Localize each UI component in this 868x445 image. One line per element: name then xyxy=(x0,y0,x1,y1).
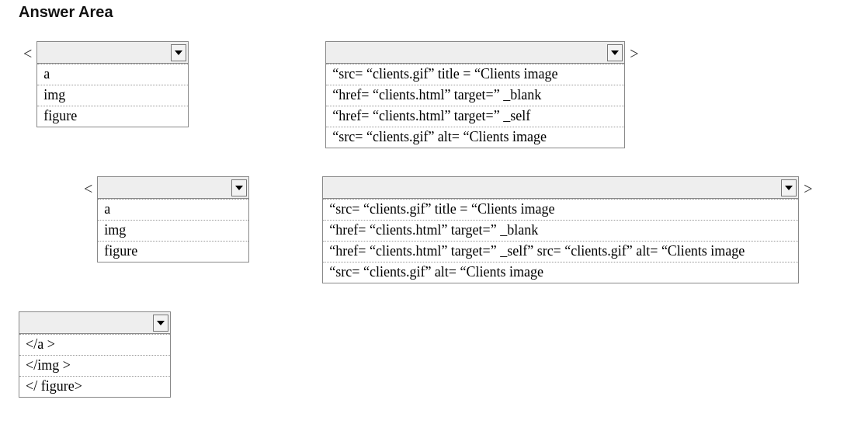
dropdown-option[interactable]: “src= “clients.gif” title = “Clients ima… xyxy=(323,199,798,220)
close-bracket: > xyxy=(799,176,817,196)
dropdown-option[interactable]: “href= “clients.html” target=” _blank xyxy=(326,85,624,106)
dropdown-1-right[interactable]: “src= “clients.gif” title = “Clients ima… xyxy=(325,41,625,148)
svg-marker-0 xyxy=(175,50,182,55)
dropdown-option[interactable]: a xyxy=(98,199,248,220)
dropdown-option[interactable]: img xyxy=(37,85,188,106)
dropdown-option[interactable]: “href= “clients.html” target=” _self xyxy=(326,106,624,127)
svg-marker-3 xyxy=(785,186,793,190)
row-1: < a img figure “src= “clients.gif” title… xyxy=(19,41,849,148)
open-bracket: < xyxy=(19,41,36,61)
dropdown-2-right[interactable]: “src= “clients.gif” title = “Clients ima… xyxy=(322,176,799,283)
chevron-down-icon[interactable] xyxy=(153,315,168,332)
row-3: </a > </img > </ figure> xyxy=(19,311,849,398)
svg-marker-1 xyxy=(611,50,619,55)
chevron-down-icon[interactable] xyxy=(781,179,797,196)
chevron-down-icon[interactable] xyxy=(171,44,186,61)
dropdown-header[interactable] xyxy=(19,312,170,334)
dropdown-option[interactable]: </img > xyxy=(19,355,170,376)
dropdown-3[interactable]: </a > </img > </ figure> xyxy=(19,311,171,398)
dropdown-option[interactable]: </a > xyxy=(19,334,170,355)
svg-marker-2 xyxy=(235,186,243,190)
page-title: Answer Area xyxy=(19,3,849,21)
dropdown-header[interactable] xyxy=(98,177,248,199)
dropdown-1-left[interactable]: a img figure xyxy=(36,41,189,127)
dropdown-option[interactable]: “src= “clients.gif” alt= “Clients image xyxy=(326,127,624,148)
dropdown-header[interactable] xyxy=(323,177,798,199)
dropdown-option[interactable]: “src= “clients.gif” alt= “Clients image xyxy=(323,262,798,283)
dropdown-2-left[interactable]: a img figure xyxy=(97,176,249,262)
chevron-down-icon[interactable] xyxy=(231,179,247,196)
dropdown-header[interactable] xyxy=(37,42,188,64)
dropdown-option[interactable]: figure xyxy=(37,106,188,127)
dropdown-option[interactable]: “href= “clients.html” target=” _blank xyxy=(323,220,798,241)
dropdown-header[interactable] xyxy=(326,42,624,64)
dropdown-option[interactable]: “src= “clients.gif” title = “Clients ima… xyxy=(326,64,624,85)
open-bracket: < xyxy=(79,176,97,196)
dropdown-option[interactable]: “href= “clients.html” target=” _self” sr… xyxy=(323,241,798,262)
dropdown-option[interactable]: a xyxy=(37,64,188,85)
dropdown-option[interactable]: figure xyxy=(98,241,248,262)
dropdown-option[interactable]: img xyxy=(98,220,248,241)
svg-marker-4 xyxy=(157,321,165,325)
close-bracket: > xyxy=(625,41,643,61)
dropdown-option[interactable]: </ figure> xyxy=(19,376,170,397)
row-2: < a img figure “src= “clients.gif” title… xyxy=(19,176,849,283)
chevron-down-icon[interactable] xyxy=(607,44,623,61)
